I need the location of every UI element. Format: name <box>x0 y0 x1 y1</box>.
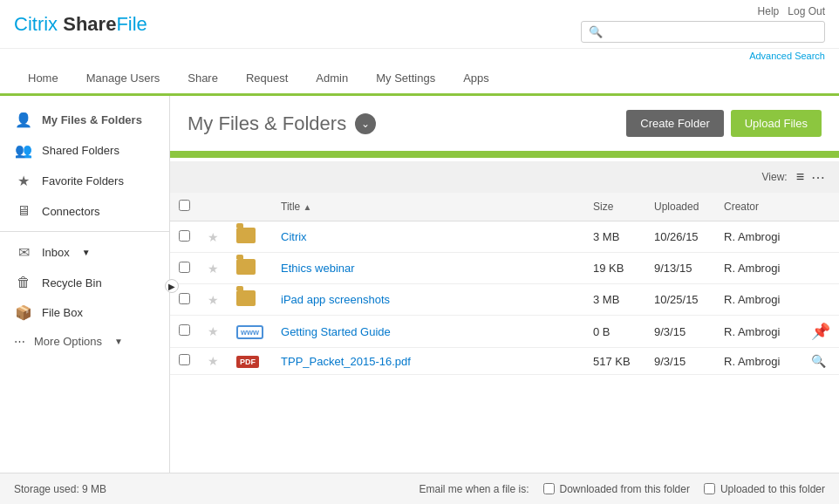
sidebar-item-inbox[interactable]: ✉ Inbox ▼ <box>0 237 169 268</box>
folder-icon <box>236 290 256 306</box>
logo-citrix: Citrix <box>14 13 63 35</box>
more-options-icon: ⋯ <box>14 335 25 348</box>
file-uploaded: 10/26/15 <box>645 221 715 253</box>
file-creator: R. Ambrogi <box>715 253 802 284</box>
star-icon[interactable]: ★ <box>208 230 219 244</box>
search-icon: 🔍 <box>589 25 603 38</box>
storage-used: Storage used: 9 MB <box>14 483 106 495</box>
file-size: 3 MB <box>584 221 645 253</box>
table-row: ★ PDF TPP_Packet_2015-16.pdf 517 KB 9/3/… <box>170 348 839 375</box>
nav-apps[interactable]: Apps <box>449 63 503 93</box>
select-all-checkbox[interactable] <box>179 200 190 211</box>
file-action <box>802 253 839 284</box>
file-title-link[interactable]: Getting Started Guide <box>281 325 391 338</box>
star-icon[interactable]: ★ <box>208 293 219 307</box>
file-title-link[interactable]: Citrix <box>281 230 307 243</box>
favorite-folders-icon: ★ <box>14 173 33 189</box>
file-creator: R. Ambrogi <box>715 284 802 316</box>
row-checkbox[interactable] <box>179 293 190 304</box>
header-buttons: Create Folder Upload Files <box>626 110 822 137</box>
sidebar-connectors-label: Connectors <box>42 205 99 218</box>
file-creator: R. Ambrogi <box>715 221 802 253</box>
nav-my-settings[interactable]: My Settings <box>362 63 449 93</box>
file-title-link[interactable]: iPad app screenshots <box>281 293 390 306</box>
file-size: 0 B <box>584 316 645 348</box>
title-sort-arrow: ▲ <box>304 202 312 212</box>
email-label: Email me when a file is: <box>419 483 529 495</box>
more-options-btn[interactable]: ⋯ More Options ▼ <box>0 328 169 355</box>
star-icon[interactable]: ★ <box>208 324 219 338</box>
view-label: View: <box>762 171 788 183</box>
sidebar-item-shared-folders[interactable]: 👥 Shared Folders <box>0 135 169 166</box>
grid-view-button[interactable]: ⋯ <box>808 167 829 187</box>
create-folder-button[interactable]: Create Folder <box>626 110 723 137</box>
sidebar-item-my-files[interactable]: 👤 My Files & Folders <box>0 105 169 135</box>
nav-home[interactable]: Home <box>14 63 72 93</box>
search-file-icon: 🔍 <box>811 354 826 368</box>
file-title-link[interactable]: TPP_Packet_2015-16.pdf <box>281 355 411 368</box>
col-header-creator: Creator <box>715 193 802 221</box>
logo-file: File <box>116 13 147 35</box>
row-checkbox[interactable] <box>179 324 190 336</box>
table-row: ★ Citrix 3 MB 10/26/15 R. Ambrogi <box>170 221 839 253</box>
nav-manage-users[interactable]: Manage Users <box>72 63 174 93</box>
file-action: 📌 <box>802 316 839 348</box>
sidebar-recycle-label: Recycle Bin <box>42 276 102 289</box>
connectors-icon: 🖥 <box>14 203 33 219</box>
file-uploaded: 10/25/15 <box>645 284 715 316</box>
file-action <box>802 221 839 253</box>
sidebar-item-favorite-folders[interactable]: ★ Favorite Folders <box>0 166 169 196</box>
downloaded-checkbox[interactable] <box>543 483 555 494</box>
col-header-star <box>199 193 228 221</box>
row-checkbox[interactable] <box>179 230 190 242</box>
table-row: ★ www Getting Started Guide 0 B 9/3/15 R… <box>170 316 839 348</box>
green-bar <box>170 151 839 158</box>
more-options-label: More Options <box>34 335 102 348</box>
star-icon[interactable]: ★ <box>208 354 219 368</box>
uploaded-checkbox[interactable] <box>704 483 715 494</box>
file-creator: R. Ambrogi <box>715 316 802 348</box>
file-action <box>802 284 839 316</box>
help-link[interactable]: Help <box>758 5 780 17</box>
sidebar: 👤 My Files & Folders 👥 Shared Folders ★ … <box>0 96 170 504</box>
sidebar-item-file-box[interactable]: 📦 File Box <box>0 297 169 328</box>
file-box-icon: 📦 <box>14 304 33 321</box>
sidebar-collapse-btn[interactable]: ▶ <box>165 279 179 293</box>
star-icon[interactable]: ★ <box>208 262 219 276</box>
col-header-actions <box>802 193 839 221</box>
more-options-chevron: ▼ <box>114 337 123 346</box>
my-files-icon: 👤 <box>14 112 33 128</box>
page-title-dropdown-btn[interactable]: ⌄ <box>355 113 376 134</box>
list-view-button[interactable]: ≡ <box>793 167 808 187</box>
page-title: My Files & Folders <box>188 112 346 135</box>
col-header-title[interactable]: Title ▲ <box>272 193 584 221</box>
nav-admin[interactable]: Admin <box>302 63 362 93</box>
search-input[interactable] <box>606 25 817 38</box>
file-creator: R. Ambrogi <box>715 348 802 375</box>
file-title-link[interactable]: Ethics webinar <box>281 262 355 275</box>
inbox-expand-icon: ▼ <box>82 248 91 257</box>
upload-files-button[interactable]: Upload Files <box>731 110 822 137</box>
sidebar-item-recycle-bin[interactable]: 🗑 Recycle Bin <box>0 268 169 297</box>
sidebar-file-box-label: File Box <box>42 306 83 319</box>
nav-request[interactable]: Request <box>232 63 302 93</box>
folder-icon <box>236 259 256 275</box>
page-title-group: My Files & Folders ⌄ <box>188 112 376 135</box>
advanced-search-link[interactable]: Advanced Search <box>749 51 825 61</box>
file-uploaded: 9/3/15 <box>645 316 715 348</box>
file-size: 517 KB <box>584 348 645 375</box>
uploaded-label: Uploaded to this folder <box>720 483 825 495</box>
nav-share[interactable]: Share <box>174 63 232 93</box>
inbox-icon: ✉ <box>14 244 33 261</box>
logout-link[interactable]: Log Out <box>788 5 825 17</box>
file-size: 19 KB <box>584 253 645 284</box>
sidebar-my-files-label: My Files & Folders <box>42 113 142 126</box>
sidebar-item-connectors[interactable]: 🖥 Connectors <box>0 196 169 226</box>
file-uploaded: 9/13/15 <box>645 253 715 284</box>
table-row: ★ Ethics webinar 19 KB 9/13/15 R. Ambrog… <box>170 253 839 284</box>
recycle-bin-icon: 🗑 <box>14 275 33 290</box>
logo: Citrix ShareFile <box>14 13 147 36</box>
folder-icon <box>236 228 256 243</box>
row-checkbox[interactable] <box>179 354 190 365</box>
row-checkbox[interactable] <box>179 262 190 273</box>
